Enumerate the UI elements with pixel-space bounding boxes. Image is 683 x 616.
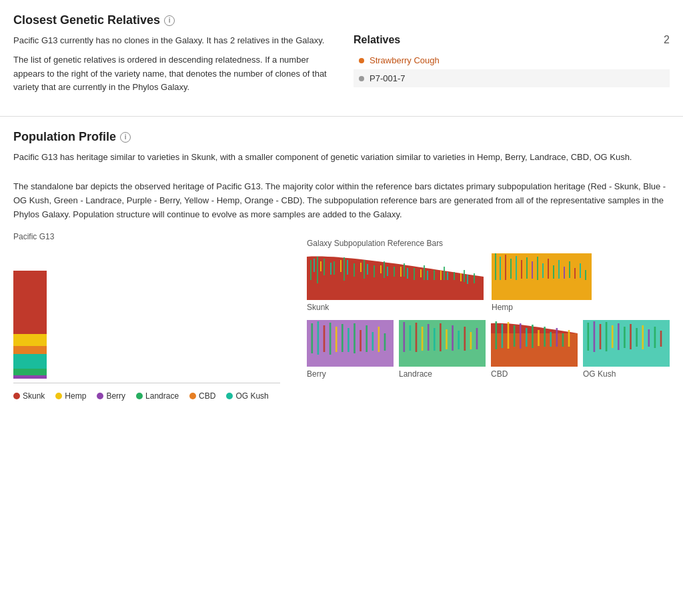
svg-rect-30 bbox=[380, 265, 382, 273]
svg-rect-31 bbox=[400, 267, 402, 277]
bar-ogkush bbox=[13, 354, 47, 369]
svg-rect-109 bbox=[660, 331, 662, 347]
svg-rect-78 bbox=[458, 331, 460, 349]
svg-rect-99 bbox=[600, 324, 602, 349]
svg-rect-47 bbox=[553, 265, 554, 279]
relatives-label: Relatives bbox=[354, 34, 400, 46]
legend-dot-hemp bbox=[55, 393, 62, 399]
svg-rect-40 bbox=[516, 256, 517, 280]
svg-rect-21 bbox=[367, 264, 368, 275]
svg-rect-59 bbox=[335, 327, 337, 352]
svg-rect-89 bbox=[532, 325, 534, 348]
subpop-chart-ogkush bbox=[583, 320, 670, 367]
bar-landrace bbox=[13, 369, 47, 375]
relative-name-2: P7-001-7 bbox=[370, 73, 405, 83]
svg-rect-71 bbox=[416, 323, 418, 352]
closest-genetic-info-icon[interactable]: i bbox=[164, 15, 175, 26]
legend-ogkush: OG Kush bbox=[226, 391, 268, 401]
bar-cbd bbox=[13, 346, 47, 354]
subpop-svg-skunk bbox=[307, 253, 484, 300]
closest-genetic-desc2: The list of genetic relatives is ordered… bbox=[13, 53, 340, 95]
svg-rect-11 bbox=[414, 268, 415, 280]
svg-rect-36 bbox=[495, 253, 496, 280]
pacific-g13-chart: Pacific G13 bbox=[13, 232, 280, 401]
svg-rect-33 bbox=[440, 271, 442, 280]
svg-rect-66 bbox=[378, 327, 380, 352]
subpop-label-skunk: Skunk bbox=[307, 303, 484, 312]
closest-genetic-heading: Closest Genetic Relatives bbox=[13, 13, 160, 27]
subpop-chart-cbd bbox=[491, 320, 578, 367]
population-profile-info-icon[interactable]: i bbox=[120, 132, 131, 143]
legend-dot-cbd bbox=[189, 393, 196, 399]
svg-rect-83 bbox=[496, 321, 498, 349]
legend-dot-landrace bbox=[136, 393, 143, 399]
svg-rect-10 bbox=[404, 263, 405, 277]
svg-rect-43 bbox=[532, 261, 533, 279]
svg-rect-107 bbox=[648, 329, 650, 347]
svg-rect-18 bbox=[313, 259, 315, 272]
chart-legend: Skunk Hemp Berry Landrace CBD bbox=[13, 391, 280, 401]
svg-rect-32 bbox=[420, 269, 422, 277]
legend-berry: Berry bbox=[97, 391, 125, 401]
relatives-header: Relatives 2 bbox=[354, 34, 670, 46]
legend-dot-berry bbox=[97, 393, 103, 399]
svg-rect-19 bbox=[330, 263, 331, 275]
pacific-bar bbox=[13, 271, 47, 379]
subpop-chart-skunk bbox=[307, 253, 484, 300]
svg-rect-105 bbox=[636, 328, 638, 347]
svg-rect-84 bbox=[502, 324, 504, 348]
subpop-chart-landrace bbox=[399, 320, 486, 367]
subpop-berry: Berry bbox=[307, 320, 394, 379]
svg-rect-41 bbox=[521, 260, 522, 279]
subpop-label-landrace: Landrace bbox=[399, 369, 486, 379]
svg-rect-93 bbox=[556, 328, 558, 347]
svg-rect-0 bbox=[310, 260, 311, 280]
subpop-label-ogkush: OG Kush bbox=[583, 369, 670, 379]
subpop-top-row: Skunk bbox=[307, 253, 670, 312]
svg-rect-76 bbox=[446, 329, 448, 349]
svg-rect-48 bbox=[558, 260, 560, 279]
relative-link-1[interactable]: Strawberry Cough bbox=[370, 55, 440, 65]
svg-rect-108 bbox=[654, 327, 656, 348]
legend-cbd: CBD bbox=[189, 391, 215, 401]
subpop-svg-berry bbox=[307, 320, 394, 367]
closest-genetic-title: Closest Genetic Relatives i bbox=[13, 13, 670, 27]
svg-rect-95 bbox=[568, 330, 570, 347]
svg-rect-72 bbox=[422, 327, 424, 351]
svg-rect-92 bbox=[550, 332, 552, 347]
svg-rect-64 bbox=[366, 325, 368, 352]
relative-item-1: Strawberry Cough bbox=[354, 51, 670, 69]
legend-label-hemp: Hemp bbox=[65, 391, 86, 401]
legend-landrace: Landrace bbox=[136, 391, 179, 401]
svg-rect-58 bbox=[329, 323, 331, 355]
svg-rect-12 bbox=[424, 265, 425, 280]
svg-rect-80 bbox=[470, 332, 472, 349]
svg-rect-17 bbox=[474, 273, 475, 283]
svg-rect-96 bbox=[583, 320, 670, 367]
svg-rect-98 bbox=[594, 321, 596, 352]
svg-rect-57 bbox=[323, 325, 325, 352]
subpop-skunk: Skunk bbox=[307, 253, 484, 312]
svg-rect-44 bbox=[537, 257, 538, 280]
svg-rect-4 bbox=[344, 257, 345, 281]
svg-rect-86 bbox=[514, 325, 516, 347]
svg-rect-22 bbox=[387, 267, 388, 276]
svg-rect-7 bbox=[374, 265, 375, 277]
svg-rect-20 bbox=[347, 260, 348, 275]
svg-rect-69 bbox=[404, 322, 406, 352]
svg-rect-75 bbox=[440, 323, 442, 351]
svg-rect-26 bbox=[467, 275, 468, 284]
subpop-cbd: CBD bbox=[491, 320, 578, 379]
subpop-landrace: Landrace bbox=[399, 320, 486, 379]
svg-rect-104 bbox=[630, 324, 632, 349]
svg-rect-102 bbox=[618, 323, 620, 350]
svg-rect-5 bbox=[354, 263, 355, 277]
svg-rect-13 bbox=[434, 270, 435, 280]
subpop-chart-hemp bbox=[492, 253, 592, 300]
bar-skunk bbox=[13, 271, 47, 334]
legend-dot-skunk bbox=[13, 393, 20, 399]
svg-rect-28 bbox=[340, 260, 342, 272]
svg-rect-6 bbox=[364, 260, 365, 279]
svg-rect-101 bbox=[612, 325, 614, 348]
svg-rect-1 bbox=[317, 257, 318, 283]
